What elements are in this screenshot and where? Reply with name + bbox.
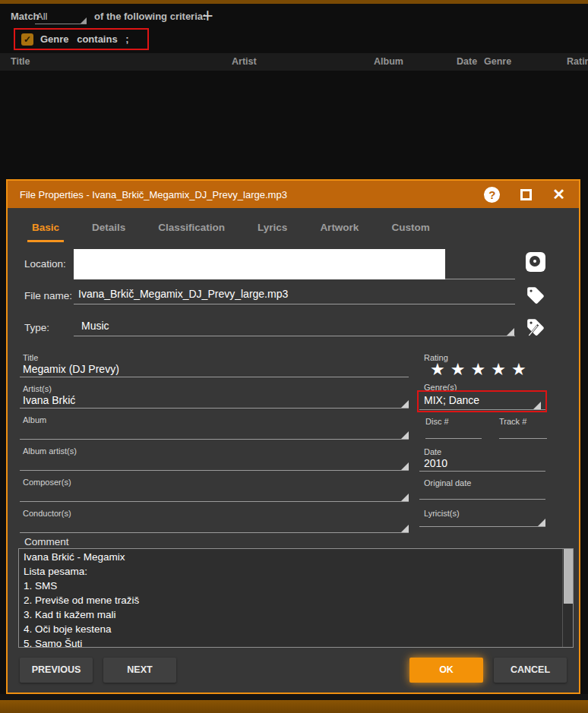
- criteria-suffix-label: of the following criteria:: [94, 11, 206, 22]
- column-header-rating[interactable]: Rating: [567, 56, 588, 67]
- composer-field-label: Composer(s): [23, 478, 71, 487]
- title-field-label: Title: [23, 353, 38, 362]
- conductor-field-label: Conductor(s): [23, 509, 71, 518]
- dialog-tabs: Basic Details Classification Lyrics Artw…: [8, 219, 579, 242]
- lyricist-field-underline: [419, 526, 545, 527]
- column-header-title[interactable]: Title: [11, 56, 30, 67]
- original-date-field-underline: [419, 499, 545, 500]
- next-button[interactable]: NEXT: [103, 658, 176, 683]
- previous-button[interactable]: PREVIOUS: [20, 658, 93, 683]
- background-gap: [0, 694, 588, 700]
- comment-textarea[interactable]: Ivana Brkić - Megamix Lista pesama: 1. S…: [18, 548, 574, 648]
- genre-field-label: Genre(s): [424, 383, 457, 392]
- date-field-label: Date: [424, 447, 441, 456]
- date-field-underline: [419, 471, 545, 472]
- file-properties-dialog: File Properties - Ivana_Brkič_Megamix_DJ…: [6, 179, 580, 694]
- criterion-text[interactable]: Genre contains ;: [40, 33, 134, 45]
- criterion-row-highlight[interactable]: ✓ Genre contains ;: [14, 28, 149, 50]
- composer-field-underline: [20, 501, 409, 502]
- comment-scrollbar[interactable]: [562, 549, 573, 647]
- album-field-underline: [20, 439, 409, 440]
- title-field-underline: [20, 377, 409, 377]
- cancel-button[interactable]: CANCEL: [494, 658, 567, 683]
- dropdown-arrow-icon[interactable]: [401, 400, 409, 408]
- rating-stars[interactable]: ★★★★★: [430, 360, 532, 380]
- tab-lyrics[interactable]: Lyrics: [253, 219, 292, 242]
- track-field-label: Track #: [499, 417, 526, 426]
- artist-field-label: Artist(s): [23, 384, 52, 393]
- window-buttons: ? ✕: [484, 187, 579, 203]
- criterion-value: ;: [125, 33, 128, 45]
- tab-artwork[interactable]: Artwork: [315, 219, 363, 242]
- app-window: Match All of the following criteria: + ✓…: [0, 0, 588, 713]
- close-icon[interactable]: ✕: [552, 187, 565, 202]
- title-field-value[interactable]: Megamix (DJ Prevy): [23, 363, 119, 375]
- genre-field-underline: [419, 409, 545, 410]
- dropdown-arrow-icon[interactable]: [401, 462, 409, 470]
- album-field-label: Album: [23, 415, 46, 424]
- artist-field-underline: [20, 408, 409, 409]
- disc-field-underline: [425, 438, 482, 439]
- criterion-operator: contains: [77, 33, 117, 45]
- tag-icon[interactable]: [526, 286, 545, 305]
- file-name-label: File name:: [24, 290, 72, 301]
- location-input[interactable]: [74, 249, 445, 279]
- location-underline: [445, 279, 515, 279]
- dropdown-arrow-icon[interactable]: [401, 494, 409, 501]
- tab-classification[interactable]: Classification: [153, 219, 229, 242]
- column-header-artist[interactable]: Artist: [232, 56, 257, 67]
- lyricist-field-label: Lyricist(s): [424, 509, 460, 518]
- chevron-down-icon[interactable]: [81, 17, 87, 24]
- ok-button[interactable]: OK: [409, 658, 483, 683]
- tracklist-header: Title Artist Album Date Genre Rating: [0, 53, 588, 71]
- column-header-album[interactable]: Album: [374, 56, 403, 67]
- dialog-titlebar[interactable]: File Properties - Ivana_Brkič_Megamix_DJ…: [8, 181, 579, 208]
- conductor-field-underline: [20, 532, 409, 533]
- location-label: Location:: [24, 258, 66, 270]
- tab-basic[interactable]: Basic: [27, 219, 64, 242]
- dropdown-arrow-icon[interactable]: [538, 519, 545, 526]
- artist-field-value[interactable]: Ivana Brkić: [23, 394, 75, 406]
- locate-file-icon[interactable]: [526, 252, 545, 272]
- help-icon[interactable]: ?: [484, 187, 500, 203]
- comment-text: Ivana Brkić - Megamix Lista pesama: 1. S…: [24, 550, 559, 648]
- dropdown-arrow-icon[interactable]: [533, 402, 541, 409]
- match-dropdown[interactable]: All: [35, 9, 87, 24]
- match-dropdown-value: All: [36, 11, 47, 22]
- criterion-checkbox[interactable]: ✓: [21, 33, 33, 46]
- album-artist-field-label: Album artist(s): [23, 446, 77, 456]
- add-criterion-button[interactable]: +: [202, 5, 213, 25]
- dropdown-arrow-icon[interactable]: [401, 431, 409, 439]
- dialog-title: File Properties - Ivana_Brkič_Megamix_DJ…: [8, 189, 287, 200]
- scrollbar-thumb[interactable]: [564, 549, 574, 604]
- type-underline: [74, 336, 515, 336]
- filter-bar: Match All of the following criteria: + ✓…: [0, 4, 588, 53]
- date-field-value[interactable]: 2010: [424, 457, 447, 469]
- album-artist-field-underline: [20, 470, 409, 471]
- player-bar-edge: [0, 700, 588, 713]
- disc-field-label: Disc #: [425, 417, 449, 426]
- file-name-value[interactable]: Ivana_Brkič_Megamix_DJ_Prevy_large.mp3: [78, 288, 288, 300]
- tab-details[interactable]: Details: [87, 219, 130, 242]
- original-date-field-label: Original date: [424, 478, 471, 487]
- comment-field-label: Comment: [24, 536, 69, 547]
- type-label: Type:: [24, 322, 49, 333]
- track-field-underline: [499, 438, 547, 439]
- dropdown-arrow-icon[interactable]: [507, 328, 514, 336]
- maximize-icon[interactable]: [520, 189, 532, 200]
- genre-field-value[interactable]: MIX; Dance: [424, 394, 479, 406]
- tab-custom[interactable]: Custom: [387, 219, 434, 242]
- column-header-date[interactable]: Date: [457, 56, 477, 67]
- type-value[interactable]: Music: [81, 320, 109, 332]
- column-header-genre[interactable]: Genre: [484, 56, 511, 67]
- dropdown-arrow-icon[interactable]: [401, 525, 409, 532]
- criterion-field: Genre: [40, 33, 69, 45]
- file-name-underline: [74, 304, 515, 304]
- auto-tag-icon[interactable]: [526, 317, 545, 337]
